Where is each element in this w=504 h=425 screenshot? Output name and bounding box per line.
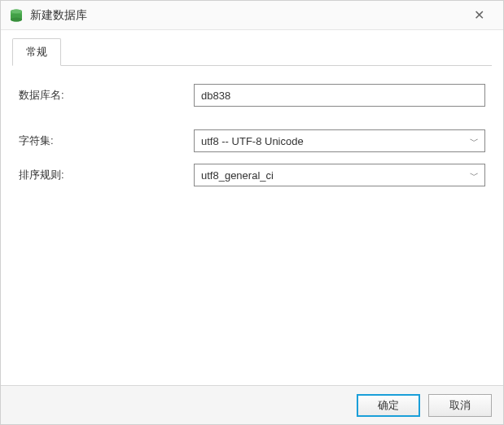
window-title: 新建数据库: [30, 8, 462, 23]
charset-select-wrap: utf8 -- UTF-8 Unicode ﹀: [194, 129, 485, 152]
row-db-name: 数据库名:: [19, 84, 485, 107]
tab-general[interactable]: 常规: [12, 38, 61, 66]
collation-select-wrap: utf8_general_ci ﹀: [194, 164, 485, 186]
collation-label: 排序规则:: [19, 168, 194, 182]
db-name-input[interactable]: [194, 84, 485, 107]
collation-select[interactable]: utf8_general_ci: [194, 164, 485, 186]
close-button[interactable]: ✕: [462, 1, 495, 29]
ok-button-label: 确定: [378, 399, 399, 411]
database-icon: [9, 8, 24, 23]
ok-button[interactable]: 确定: [357, 394, 420, 417]
cancel-button-label: 取消: [449, 399, 471, 411]
dialog-body: 常规 数据库名: 字符集: utf8 -- UTF-8 Unicode ﹀ 排序…: [1, 30, 503, 385]
dialog-footer: 确定 取消: [1, 385, 503, 424]
new-database-dialog: 新建数据库 ✕ 常规 数据库名: 字符集: utf8 -- UTF-8 Unic…: [0, 0, 504, 425]
svg-point-2: [11, 17, 22, 21]
tab-general-label: 常规: [26, 46, 47, 58]
charset-select[interactable]: utf8 -- UTF-8 Unicode: [194, 129, 485, 152]
cancel-button[interactable]: 取消: [428, 394, 492, 417]
svg-point-3: [11, 9, 22, 13]
titlebar: 新建数据库 ✕: [1, 1, 503, 30]
db-name-label: 数据库名:: [19, 88, 194, 103]
form-area: 数据库名: 字符集: utf8 -- UTF-8 Unicode ﹀ 排序规则:…: [12, 66, 492, 186]
tab-bar: 常规: [12, 38, 492, 66]
charset-label: 字符集:: [19, 134, 194, 148]
close-icon: ✕: [474, 7, 484, 23]
row-collation: 排序规则: utf8_general_ci ﹀: [19, 164, 485, 186]
row-charset: 字符集: utf8 -- UTF-8 Unicode ﹀: [19, 129, 485, 152]
